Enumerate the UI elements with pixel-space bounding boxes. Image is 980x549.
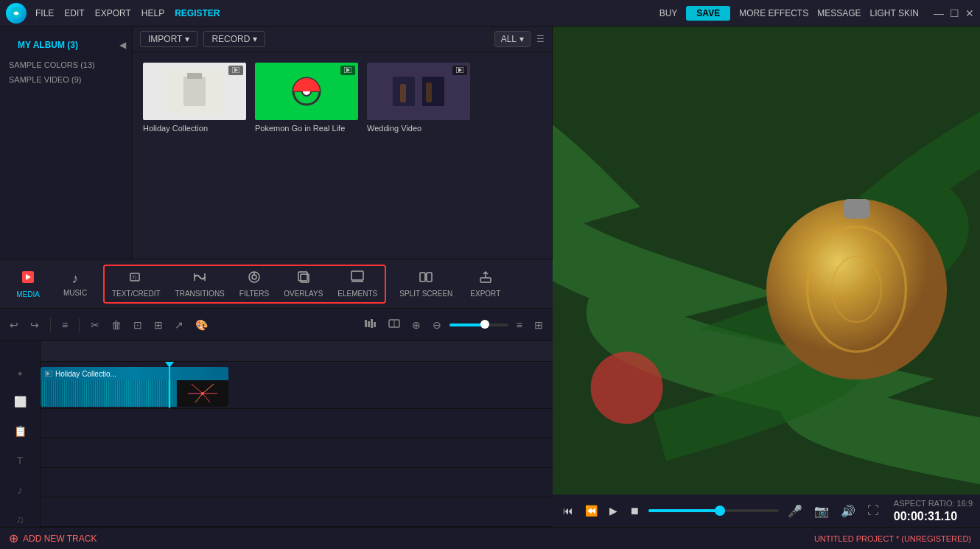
add-new-track-button[interactable]: ⊕ ADD NEW TRACK <box>9 531 97 545</box>
record-button[interactable]: RECORD ▾ <box>203 31 265 47</box>
svg-rect-34 <box>427 273 432 282</box>
timeline-main: 00:00:00.00 00:01:00:00 00:02:00:00 00:0… <box>41 341 553 527</box>
redo-button[interactable]: ↪ <box>27 317 43 333</box>
aspect-ratio-label: ASPECT RATIO: 16:9 <box>894 498 973 509</box>
content-area: MY ALBUM (3) ◀ SAMPLE COLORS (13) SAMPLE… <box>0 27 980 527</box>
cut-button[interactable]: ✂ <box>87 317 103 333</box>
tool-music[interactable]: ♪ MUSIC <box>53 267 97 301</box>
split-button[interactable]: ⊞ <box>150 317 167 333</box>
media-item-wedding[interactable]: Wedding Video <box>367 63 470 133</box>
settings-button[interactable]: ≡ <box>58 317 71 333</box>
buy-button[interactable]: BUY <box>659 8 678 18</box>
preview-controls: ⏮ ⏪ ▶ ⏹ 🎤 📷 🔊 ⛶ ASPECT RATIO: 16:9 00:00… <box>553 494 980 527</box>
crop-button[interactable]: ⊡ <box>130 317 146 333</box>
go-to-start-button[interactable]: ⏮ <box>560 503 576 518</box>
sidebar: MY ALBUM (3) ◀ SAMPLE COLORS (13) SAMPLE… <box>0 27 133 259</box>
progress-bar[interactable] <box>648 509 779 512</box>
music-icon: ♪ <box>72 271 79 287</box>
message-button[interactable]: MESSAGE <box>817 8 861 18</box>
import-chevron-icon: ▾ <box>185 34 189 44</box>
remove-marker-button[interactable]: ⊖ <box>429 317 445 333</box>
more-effects-button[interactable]: MORE EFFECTS <box>739 8 808 18</box>
list-view-icon[interactable]: ☰ <box>536 34 545 44</box>
minimize-button[interactable]: — <box>934 7 944 19</box>
zoom-slider[interactable] <box>449 324 508 326</box>
zoom-fit-button[interactable]: ≡ <box>513 317 526 333</box>
media-item-holiday[interactable]: Holiday Collection <box>143 63 246 133</box>
menu-edit[interactable]: EDIT <box>64 8 84 18</box>
svg-rect-3 <box>187 73 202 79</box>
svg-marker-12 <box>346 68 350 72</box>
tool-filters-label: FILTERS <box>239 290 269 298</box>
menu-export[interactable]: EXPORT <box>95 8 131 18</box>
volume-icon[interactable]: 🔊 <box>838 504 858 518</box>
tool-filters[interactable]: FILTERS <box>232 266 276 302</box>
audio-mix-button[interactable] <box>361 316 380 333</box>
light-skin-button[interactable]: LIGHT SKIN <box>870 8 919 18</box>
speed-button[interactable]: ↗ <box>171 317 187 333</box>
timecode-container: ASPECT RATIO: 16:9 00:00:31.10 <box>894 498 973 522</box>
timeline-side-music-icon[interactable]: ♪ <box>15 481 26 499</box>
svg-rect-2 <box>183 77 206 106</box>
maximize-button[interactable]: ☐ <box>950 7 959 19</box>
preview-video <box>553 27 980 494</box>
tool-overlays[interactable]: OVERLAYS <box>276 266 330 302</box>
grid-button[interactable]: ⊞ <box>531 317 547 333</box>
undo-button[interactable]: ↩ <box>6 317 22 333</box>
svg-rect-37 <box>365 320 367 327</box>
tool-media[interactable]: MEDIA <box>6 265 50 303</box>
play-button[interactable]: ▶ <box>606 503 620 518</box>
menu-register[interactable]: REGISTER <box>175 8 220 18</box>
sidebar-sample-colors[interactable]: SAMPLE COLORS (13) <box>0 57 132 72</box>
detach-audio-button[interactable] <box>385 316 404 333</box>
tool-music-label: MUSIC <box>63 289 87 297</box>
prev-frame-button[interactable]: ⏪ <box>582 503 601 518</box>
tool-transitions[interactable]: TRANSITIONS <box>168 266 232 302</box>
filter-dropdown[interactable]: ALL ▾ <box>494 31 531 47</box>
project-status: (UNREGISTERED) <box>901 534 971 543</box>
stop-button[interactable]: ⏹ <box>626 503 643 518</box>
close-button[interactable]: ✕ <box>965 7 974 19</box>
camera-icon[interactable]: 📷 <box>811 504 832 518</box>
sidebar-sample-video[interactable]: SAMPLE VIDEO (9) <box>0 72 132 87</box>
color-button[interactable]: 🎨 <box>192 317 211 333</box>
save-button[interactable]: SAVE <box>686 6 730 21</box>
svg-rect-33 <box>420 273 425 282</box>
tool-split-screen[interactable]: SPLIT SCREEN <box>392 266 460 302</box>
timeline-side-lock-icon[interactable]: ⬥ <box>14 363 26 381</box>
menu-help[interactable]: HELP <box>141 8 164 18</box>
elements-icon <box>351 270 364 287</box>
tools-bar: MEDIA ♪ MUSIC T| TEXT/CREDIT <box>0 259 553 309</box>
sidebar-header: MY ALBUM (3) ◀ <box>0 32 132 57</box>
sidebar-collapse-arrow[interactable]: ◀ <box>119 40 126 50</box>
timeline-side-audio-icon[interactable]: ♫ <box>13 511 27 527</box>
left-panel: MY ALBUM (3) ◀ SAMPLE COLORS (13) SAMPLE… <box>0 27 553 527</box>
add-marker-button[interactable]: ⊕ <box>408 317 424 333</box>
timeline-side-video-icon[interactable]: ⬜ <box>11 393 29 410</box>
tool-text-credit[interactable]: T| TEXT/CREDIT <box>105 266 168 302</box>
tool-export[interactable]: EXPORT <box>463 266 508 302</box>
transitions-icon <box>193 270 206 287</box>
track-clip-holiday[interactable]: Holiday Collectio... <box>41 367 228 407</box>
menu-file[interactable]: FILE <box>35 8 54 18</box>
timeline-section: ⬥ ⬜ 📋 T ♪ ♫ 00:00:00.00 00:01:00:00 00:0… <box>0 341 553 527</box>
app-wrapper: FILE EDIT EXPORT HELP REGISTER BUY SAVE … <box>0 0 980 549</box>
tool-overlays-label: OVERLAYS <box>284 290 323 298</box>
timeline-side-copy-icon[interactable]: 📋 <box>11 422 29 440</box>
playhead[interactable] <box>169 365 170 408</box>
tool-elements[interactable]: ELEMENTS <box>330 266 385 302</box>
import-button[interactable]: IMPORT ▾ <box>140 31 197 47</box>
media-item-pokemon[interactable]: Pokemon Go in Real Life <box>255 63 358 133</box>
delete-button[interactable]: 🗑 <box>108 317 125 333</box>
window-controls: — ☐ ✕ <box>934 7 974 19</box>
media-thumb-wedding <box>367 63 470 120</box>
svg-rect-29 <box>298 272 307 281</box>
sidebar-album[interactable]: MY ALBUM (3) <box>9 36 87 54</box>
timeline-side: ⬥ ⬜ 📋 T ♪ ♫ <box>0 341 41 527</box>
svg-rect-40 <box>374 322 376 327</box>
timeline-side-text-icon[interactable]: T <box>14 452 27 469</box>
svg-point-59 <box>591 352 663 424</box>
microphone-icon[interactable]: 🎤 <box>785 504 805 518</box>
fullscreen-icon[interactable]: ⛶ <box>864 504 882 517</box>
track-row-empty-3 <box>41 468 553 497</box>
